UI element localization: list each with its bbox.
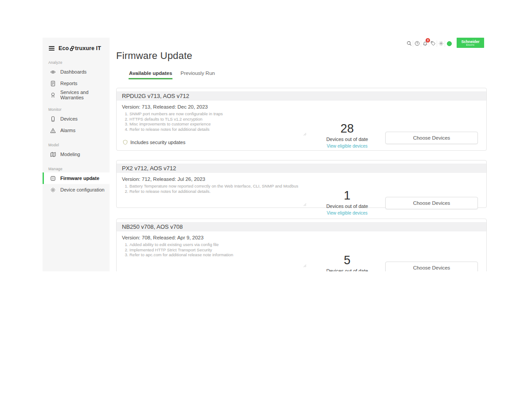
release-note-item: SNMP port numbers are now configurable i… — [129, 111, 305, 117]
sidebar: Eco truxure IT Analyze Dashboards Report… — [43, 38, 110, 271]
sidebar-item-label: Modeling — [60, 152, 80, 157]
view-eligible-devices-link[interactable]: View eligible devices — [318, 211, 376, 215]
firmware-card-nb250: NB250 v708, AOS v708 Version: 708, Relea… — [116, 219, 487, 271]
app-window: Eco truxure IT Analyze Dashboards Report… — [43, 38, 489, 271]
alarm-warning-icon — [50, 128, 56, 133]
firmware-update-icon — [50, 176, 56, 181]
devices-out-of-date-count: 28 — [318, 122, 376, 135]
ecostruxure-logo: Eco truxure IT — [59, 45, 101, 51]
sidebar-item-firmware-update[interactable]: Firmware update — [43, 172, 110, 184]
page-title: Firmware Update — [116, 50, 192, 62]
sidebar-item-dashboards[interactable]: Dashboards — [43, 66, 110, 78]
release-note-item: Refer to release notes for additional de… — [129, 127, 305, 132]
sidebar-item-reports[interactable]: Reports — [43, 78, 110, 89]
user-avatar — [447, 41, 452, 46]
devices-out-of-date-count: 5 — [318, 254, 376, 267]
schneider-electric-logo[interactable]: Schneider Electric — [457, 38, 484, 48]
search-icon[interactable] — [405, 40, 413, 47]
card-title: RPDU2G v713, AOS v712 — [117, 91, 486, 101]
choose-devices-button[interactable]: Choose Devices — [385, 262, 478, 271]
release-notes-list: Battery Temperature now reported correct… — [122, 184, 305, 194]
topbar: 3 — [405, 39, 453, 48]
schneider-logo-line2: Electric — [466, 44, 475, 46]
warranty-ribbon-icon — [50, 92, 56, 98]
sidebar-item-alarms[interactable]: Alarms — [43, 125, 110, 136]
sidebar-section-monitor: Monitor — [48, 107, 110, 112]
firmware-card-rpdu2g: RPDU2G v713, AOS v712 Version: 713, Rele… — [116, 88, 487, 151]
logo-text-suffix: truxure IT — [75, 45, 101, 51]
resize-handle-icon[interactable] — [303, 261, 306, 269]
release-note-item: Misc improvements to customer experience — [129, 121, 305, 127]
logo-text-prefix: Eco — [59, 45, 69, 51]
release-note-item: HTTPS defaults to TLS v1.2 encryption — [129, 117, 305, 122]
devices-out-of-date-label: Devices out of date — [318, 268, 376, 271]
resize-handle-icon[interactable] — [303, 200, 306, 208]
sidebar-item-label: Alarms — [60, 128, 75, 133]
release-note-item: Battery Temperature now reported correct… — [129, 184, 305, 189]
release-note-item: Implemented HTTP Strict Transport Securi… — [129, 247, 305, 253]
release-notes-box: Added ability to edit existing users via… — [122, 242, 305, 270]
card-body: Version: 708, Released: Apr 9, 2023 Adde… — [117, 231, 486, 270]
dashboards-icon — [50, 69, 56, 75]
security-updates-label: Includes security updates — [130, 140, 185, 145]
tab-bar: Available updates Previously Run — [129, 70, 215, 79]
menu-hamburger-icon[interactable] — [49, 46, 55, 51]
sidebar-item-label: Reports — [60, 81, 78, 86]
release-notes-list: SNMP port numbers are now configurable i… — [122, 111, 305, 132]
device-configuration-icon — [50, 187, 56, 193]
sidebar-item-label: Services and Warranties — [60, 90, 110, 100]
release-notes-list: Added ability to edit existing users via… — [122, 242, 305, 258]
release-note-item: Refer to release notes for additional de… — [129, 189, 305, 194]
sidebar-item-services-warranties[interactable]: Services and Warranties — [43, 89, 110, 101]
release-note-item: Added ability to edit existing users via… — [129, 242, 305, 247]
modeling-map-icon — [50, 152, 56, 157]
sidebar-item-label: Devices — [60, 116, 78, 121]
firmware-card-px2: PX2 v712, AOS v712 Version: 712, Release… — [116, 160, 487, 208]
tag-icon[interactable] — [429, 40, 437, 47]
sidebar-item-device-configuration[interactable]: Device configuration — [43, 184, 110, 196]
help-icon[interactable] — [413, 40, 421, 47]
version-line: Version: 713, Released: Dec 20, 2023 — [122, 104, 481, 110]
security-shield-icon — [123, 140, 128, 145]
device-count-block: 28 Devices out of date View eligible dev… — [318, 122, 376, 149]
resize-handle-icon[interactable] — [303, 129, 306, 137]
device-count-block: 5 Devices out of date View eligible devi… — [318, 254, 376, 271]
sidebar-item-label: Device configuration — [60, 187, 105, 192]
sidebar-section-analyze: Analyze — [48, 60, 110, 65]
sidebar-header: Eco truxure IT — [43, 38, 110, 54]
user-status-icon[interactable] — [445, 40, 453, 47]
devices-out-of-date-label: Devices out of date — [318, 203, 376, 209]
sidebar-item-label: Dashboards — [60, 69, 86, 74]
release-notes-box: Battery Temperature now reported correct… — [122, 184, 305, 209]
sidebar-section-model: Model — [48, 143, 110, 147]
devices-out-of-date-label: Devices out of date — [318, 137, 376, 142]
choose-devices-button[interactable]: Choose Devices — [385, 132, 478, 144]
sidebar-item-modeling[interactable]: Modeling — [43, 149, 110, 160]
card-title: NB250 v708, AOS v708 — [117, 222, 486, 231]
release-notes-box: SNMP port numbers are now configurable i… — [122, 111, 305, 139]
notifications-bell-icon[interactable]: 3 — [421, 40, 429, 47]
devices-out-of-date-count: 1 — [318, 189, 376, 202]
settings-gear-icon[interactable] — [437, 40, 445, 47]
choose-devices-button[interactable]: Choose Devices — [385, 197, 478, 209]
device-count-block: 1 Devices out of date View eligible devi… — [318, 189, 376, 215]
version-line: Version: 712, Released: Jul 26, 2023 — [122, 176, 481, 182]
version-line: Version: 708, Released: Apr 9, 2023 — [122, 235, 481, 240]
release-note-item: Refer to apc.com for additional release … — [129, 252, 305, 258]
tab-available-updates[interactable]: Available updates — [129, 70, 172, 79]
card-body: Version: 712, Released: Jul 26, 2023 Bat… — [117, 173, 486, 209]
devices-icon — [50, 116, 56, 122]
card-body: Version: 713, Released: Dec 20, 2023 SNM… — [117, 101, 486, 145]
card-title: PX2 v712, AOS v712 — [117, 164, 486, 173]
sidebar-section-manage: Manage — [48, 167, 110, 171]
sidebar-item-label: Firmware update — [60, 176, 99, 181]
sidebar-item-devices[interactable]: Devices — [43, 113, 110, 125]
reports-icon — [50, 81, 56, 86]
view-eligible-devices-link[interactable]: View eligible devices — [318, 144, 376, 149]
ecostruxure-s-glyph-icon — [69, 46, 75, 51]
tab-previously-run[interactable]: Previously Run — [180, 70, 215, 79]
